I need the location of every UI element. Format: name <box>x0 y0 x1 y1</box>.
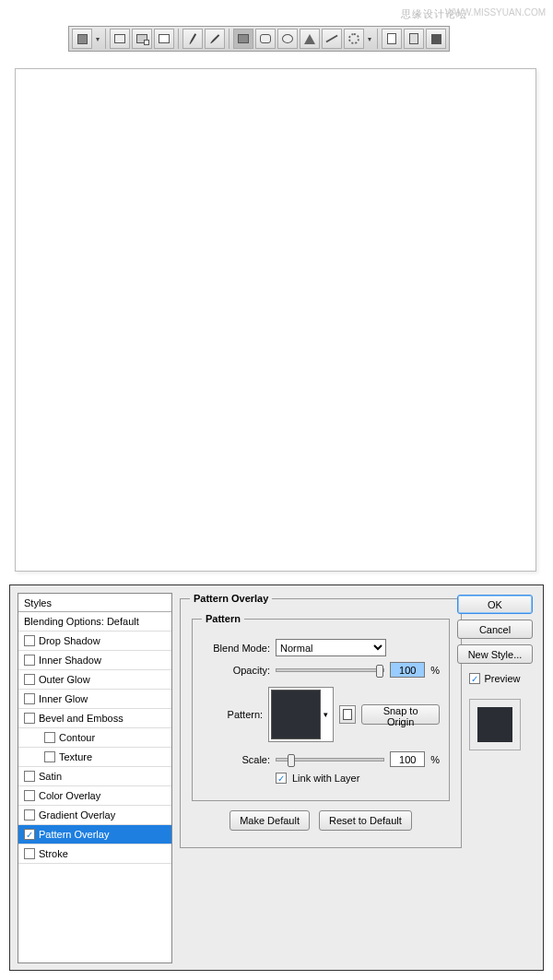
pattern-swatch-icon <box>271 690 321 739</box>
preview-checkbox[interactable]: ✓ <box>469 673 480 684</box>
style-label: Color Overlay <box>39 786 100 806</box>
style-label: Satin <box>39 767 62 786</box>
style-row-color-overlay[interactable]: Color Overlay <box>18 786 171 806</box>
watermark-url: WWW.MISSYUAN.COM <box>445 7 546 18</box>
style-row-outer-glow[interactable]: Outer Glow <box>18 670 171 690</box>
opacity-label: Opacity: <box>202 665 270 676</box>
style-checkbox[interactable]: ✓ <box>24 829 35 840</box>
blend-mode-label: Blend Mode: <box>202 643 270 654</box>
style-label: Inner Shadow <box>39 651 101 670</box>
style-checkbox[interactable] <box>24 771 35 782</box>
scale-slider[interactable] <box>276 758 384 762</box>
shape-layers-icon[interactable] <box>72 29 92 49</box>
style-checkbox[interactable] <box>24 635 35 646</box>
dropdown-icon[interactable]: ▾ <box>94 35 101 43</box>
layer-style-dialog: Styles Blending Options: Default Drop Sh… <box>9 584 544 971</box>
style-row-inner-shadow[interactable]: Inner Shadow <box>18 651 171 670</box>
opacity-input[interactable] <box>390 662 425 678</box>
chevron-down-icon: ▾ <box>321 710 331 719</box>
preview-pattern-icon <box>477 707 512 742</box>
snap-to-origin-button[interactable]: Snap to Origin <box>361 704 440 725</box>
style-label: Drop Shadow <box>39 632 100 651</box>
make-default-button[interactable]: Make Default <box>229 810 310 831</box>
style-label: Gradient Overlay <box>39 806 115 825</box>
color-icon[interactable] <box>426 29 446 49</box>
shape-toolbar: ▾ ▾ <box>68 26 450 52</box>
preview-swatch <box>469 699 521 750</box>
style-checkbox[interactable] <box>24 674 35 685</box>
style-checkbox[interactable] <box>24 848 35 859</box>
style-row-gradient-overlay[interactable]: Gradient Overlay <box>18 806 171 825</box>
pattern-picker[interactable]: ▾ <box>268 687 334 742</box>
cancel-button[interactable]: Cancel <box>457 620 533 639</box>
percent-label: % <box>430 665 440 676</box>
style-checkbox[interactable] <box>44 732 55 743</box>
ellipse-icon[interactable] <box>277 29 298 49</box>
style-row-stroke[interactable]: Stroke <box>18 844 171 864</box>
style-row-bevel-and-emboss[interactable]: Bevel and Emboss <box>18 709 171 728</box>
link-with-layer-label: Link with Layer <box>292 773 359 784</box>
style-label: Inner Glow <box>39 690 88 709</box>
document-canvas[interactable] <box>15 68 536 572</box>
separator <box>178 29 179 49</box>
separator <box>377 29 378 49</box>
style-row-texture[interactable]: Texture <box>18 748 171 767</box>
preview-label: Preview <box>484 673 520 684</box>
dialog-right-column: OK Cancel New Style... ✓ Preview <box>456 595 534 750</box>
style-label: Bevel and Emboss <box>39 709 124 728</box>
style-row-contour[interactable]: Contour <box>18 728 171 748</box>
style-checkbox[interactable] <box>24 809 35 821</box>
style-checkbox[interactable] <box>24 693 35 704</box>
scale-input[interactable] <box>390 751 425 767</box>
scale-label: Scale: <box>202 754 270 765</box>
style-checkbox[interactable] <box>24 790 35 801</box>
style-row-satin[interactable]: Satin <box>18 767 171 786</box>
pen-icon[interactable] <box>182 29 203 49</box>
line-icon[interactable] <box>322 29 342 49</box>
style-label: Texture <box>59 748 92 767</box>
new-style-button[interactable]: New Style... <box>457 644 533 664</box>
style-label: Pattern Overlay <box>39 825 109 844</box>
blend-mode-select[interactable]: Normal <box>276 639 386 656</box>
separator <box>105 29 106 49</box>
pattern-label: Pattern: <box>202 709 263 720</box>
ok-button[interactable]: OK <box>457 595 533 614</box>
styles-list-panel: Styles Blending Options: Default Drop Sh… <box>18 593 172 963</box>
style-preset-icon[interactable] <box>404 29 424 49</box>
style-checkbox[interactable] <box>24 713 35 724</box>
pattern-overlay-group: Pattern Overlay Pattern Blend Mode: Norm… <box>180 593 462 848</box>
dropdown-icon[interactable]: ▾ <box>366 35 373 43</box>
link-with-layer-checkbox[interactable]: ✓ <box>276 773 287 784</box>
style-row-drop-shadow[interactable]: Drop Shadow <box>18 632 171 651</box>
blending-options-row[interactable]: Blending Options: Default <box>18 612 171 632</box>
styles-header[interactable]: Styles <box>18 594 171 612</box>
fill-pixels-icon[interactable] <box>132 29 152 49</box>
style-row-inner-glow[interactable]: Inner Glow <box>18 690 171 709</box>
pattern-group: Pattern Blend Mode: Normal Opacity: % Pa… <box>192 613 450 801</box>
rounded-rectangle-icon[interactable] <box>255 29 276 49</box>
freeform-pen-icon[interactable] <box>205 29 225 49</box>
custom-shape-icon[interactable] <box>344 29 364 49</box>
percent-label: % <box>430 754 440 765</box>
pen-tool-icon[interactable] <box>154 29 174 49</box>
new-preset-icon[interactable] <box>339 705 356 724</box>
opacity-slider[interactable] <box>276 668 384 672</box>
style-checkbox[interactable] <box>44 751 55 762</box>
reset-to-default-button[interactable]: Reset to Default <box>319 810 412 831</box>
style-label: Outer Glow <box>39 670 90 690</box>
combine-icon[interactable] <box>382 29 402 49</box>
effect-settings-panel: Pattern Overlay Pattern Blend Mode: Norm… <box>180 593 462 856</box>
style-label: Stroke <box>39 844 68 864</box>
group-title: Pattern Overlay <box>190 593 272 604</box>
polygon-icon[interactable] <box>300 29 320 49</box>
style-checkbox[interactable] <box>24 655 35 666</box>
inner-title: Pattern <box>202 613 244 624</box>
style-row-pattern-overlay[interactable]: ✓Pattern Overlay <box>18 825 171 844</box>
separator <box>229 29 229 49</box>
style-label: Contour <box>59 728 95 748</box>
rectangle-icon[interactable] <box>233 29 253 49</box>
path-mode-icon[interactable] <box>110 29 130 49</box>
